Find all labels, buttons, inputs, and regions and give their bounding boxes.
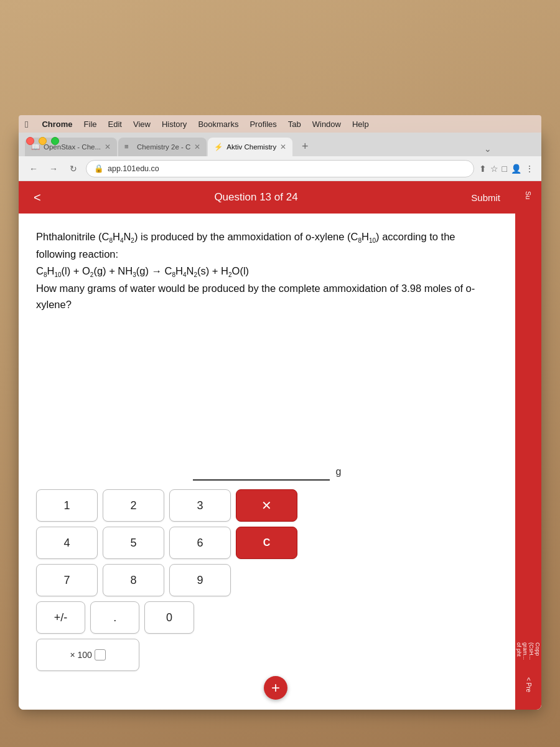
menu-window[interactable]: Window — [312, 120, 341, 129]
tab-aktiv-close[interactable]: ✕ — [280, 143, 286, 151]
key-7[interactable]: 7 — [36, 564, 98, 596]
content-area: < Question 13 of 24 Submit Phthalonitril… — [19, 181, 541, 710]
window-controls — [26, 137, 59, 145]
question-header: < Question 13 of 24 Submit — [19, 181, 515, 214]
bookmark-icon[interactable]: ☆ — [490, 164, 498, 174]
key-5[interactable]: 5 — [103, 527, 164, 559]
chemistry2e-favicon: ≡ — [124, 143, 133, 151]
more-icon[interactable]: ⋮ — [525, 164, 534, 174]
tab-chemistry2e-label: Chemistry 2e - C — [137, 143, 190, 151]
main-content: < Question 13 of 24 Submit Phthalonitril… — [19, 181, 515, 710]
tab-chevron[interactable]: ⌄ — [484, 144, 492, 154]
tab-chemistry2e-close[interactable]: ✕ — [194, 143, 200, 151]
close-button[interactable] — [26, 137, 34, 145]
answer-unit: g — [336, 466, 342, 477]
keypad-container: 1 2 3 ✕ 4 5 6 C 7 8 9 +/- — [19, 484, 515, 676]
forward-nav-button[interactable]: → — [46, 161, 61, 176]
plus-button-container: + — [19, 676, 305, 710]
tab-openstax-close[interactable]: ✕ — [105, 143, 111, 151]
key-4[interactable]: 4 — [36, 527, 98, 559]
keypad-last-row: +/- . 0 × 100 — [36, 601, 297, 671]
menu-profiles[interactable]: Profiles — [250, 120, 276, 129]
sidebar-item-c1[interactable]: Copp(CsH...gram...of pht — [513, 637, 541, 665]
sidebar-item-su[interactable]: Su — [522, 186, 534, 204]
aktiv-favicon: ⚡ — [214, 143, 223, 151]
address-input[interactable]: 🔒 app.101edu.co — [86, 160, 474, 177]
share-icon[interactable]: ⬆ — [479, 164, 487, 174]
key-3[interactable]: 3 — [169, 489, 231, 522]
refresh-button[interactable]: ↻ — [66, 161, 81, 176]
key-9[interactable]: 9 — [169, 564, 231, 596]
menu-edit[interactable]: Edit — [108, 120, 122, 129]
tab-aktiv[interactable]: ⚡ Aktiv Chemistry ✕ — [208, 138, 292, 156]
tab-aktiv-label: Aktiv Chemistry — [226, 143, 276, 151]
question-body: Phthalonitrile (C8H4N2) is produced by t… — [19, 214, 515, 457]
address-url: app.101edu.co — [108, 164, 159, 173]
key-plusminus[interactable]: +/- — [36, 601, 85, 634]
back-nav-button[interactable]: ← — [26, 161, 41, 176]
key-clear[interactable]: C — [236, 527, 297, 559]
tab-chemistry2e[interactable]: ≡ Chemistry 2e - C ✕ — [118, 138, 207, 156]
answer-input[interactable] — [193, 463, 330, 481]
menu-history[interactable]: History — [162, 120, 187, 129]
x100-checkbox[interactable] — [95, 649, 106, 660]
submit-button[interactable]: Submit — [471, 192, 500, 203]
answer-area: g — [19, 457, 515, 484]
key-x100[interactable]: × 100 — [36, 639, 139, 671]
menu-bookmarks[interactable]: Bookmarks — [198, 120, 238, 129]
right-sidebar: Su Copp(CsH...gram...of pht < Pre — [515, 181, 541, 710]
x100-label: × 100 — [70, 650, 91, 660]
keypad-grid: 1 2 3 ✕ 4 5 6 C 7 8 9 — [36, 489, 297, 596]
browser-window: 📖 OpenStax - Che... ✕ ≡ Chemistry 2e - C… — [19, 133, 541, 710]
key-1[interactable]: 1 — [36, 489, 98, 522]
key-backspace[interactable]: ✕ — [236, 489, 297, 522]
menu-file[interactable]: File — [84, 120, 97, 129]
key-decimal[interactable]: . — [90, 601, 139, 634]
key-2[interactable]: 2 — [103, 489, 164, 522]
back-question-button[interactable]: < — [34, 190, 41, 205]
menu-help[interactable]: Help — [352, 120, 369, 129]
key-0[interactable]: 0 — [144, 601, 194, 634]
lock-icon: 🔒 — [94, 164, 104, 173]
menu-tab[interactable]: Tab — [288, 120, 301, 129]
menu-view[interactable]: View — [133, 120, 151, 129]
question-text: Phthalonitrile (C8H4N2) is produced by t… — [36, 228, 498, 313]
fullscreen-button[interactable] — [51, 137, 59, 145]
plus-action-button[interactable]: + — [264, 676, 287, 700]
question-counter: Question 13 of 24 — [214, 191, 297, 204]
profile-icon[interactable]: 👤 — [511, 164, 521, 174]
sidebar-bottom: < Pre — [523, 672, 534, 705]
minimize-button[interactable] — [39, 137, 47, 145]
tab-bar: 📖 OpenStax - Che... ✕ ≡ Chemistry 2e - C… — [19, 133, 541, 156]
address-icons: ⬆ ☆ □ 👤 ⋮ — [479, 164, 534, 174]
sidebar-toggle-icon[interactable]: □ — [502, 164, 507, 174]
new-tab-button[interactable]: + — [296, 138, 314, 155]
menu-chrome[interactable]: Chrome — [42, 120, 72, 129]
sidebar-item-prev[interactable]: < Pre — [523, 672, 534, 697]
key-8[interactable]: 8 — [103, 564, 164, 596]
mac-menubar:  Chrome File Edit View History Bookmark… — [19, 115, 541, 133]
address-bar: ← → ↻ 🔒 app.101edu.co ⬆ ☆ □ 👤 ⋮ — [19, 156, 541, 181]
key-6[interactable]: 6 — [169, 527, 231, 559]
apple-icon[interactable]:  — [25, 119, 28, 129]
